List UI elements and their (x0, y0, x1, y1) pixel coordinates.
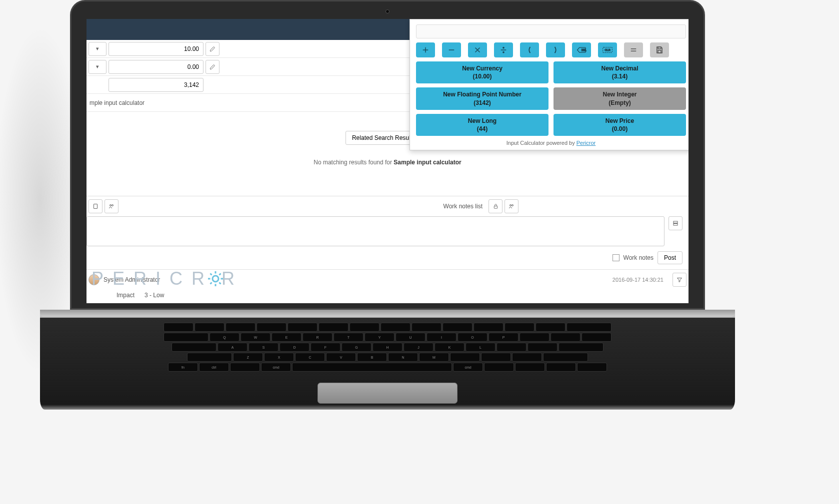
related-search-label: Related Search Results (352, 134, 415, 141)
calc-op-clear[interactable]: CLR (598, 42, 617, 57)
svg-point-1 (110, 205, 112, 206)
calc-op-plus[interactable] (416, 42, 435, 57)
doc-icon-button[interactable] (88, 199, 102, 213)
calc-value-title: New Currency (420, 64, 544, 72)
calc-value-title: New Decimal (558, 64, 682, 72)
row1-value-input[interactable] (108, 42, 204, 56)
calc-value-sub: (44) (420, 125, 544, 133)
clear-icon: CLR (602, 46, 613, 53)
funnel-icon (676, 277, 682, 283)
calc-op-save[interactable] (650, 42, 669, 57)
calc-op-equals[interactable] (624, 42, 643, 57)
calc-value-0[interactable]: New Currency(10.00) (416, 61, 548, 83)
calc-value-3[interactable]: New Integer(Empty) (554, 87, 686, 109)
laptop-camera (386, 9, 390, 13)
minus-icon (447, 45, 456, 54)
svg-rect-6 (674, 221, 678, 223)
calc-value-2[interactable]: New Floating Point Number(3142) (416, 87, 548, 109)
expand-textarea-button[interactable] (668, 216, 682, 230)
work-notes-textarea[interactable] (86, 216, 664, 246)
calc-op-paren-open[interactable] (520, 42, 539, 57)
calc-value-1[interactable]: New Decimal(3.14) (554, 61, 686, 83)
impact-label: Impact (116, 292, 134, 299)
calc-op-paren-close[interactable] (546, 42, 565, 57)
calc-op-multiply[interactable] (468, 42, 487, 57)
svg-text:CLR: CLR (605, 48, 610, 51)
pencil-icon (210, 64, 216, 70)
row3-value-input[interactable] (108, 78, 204, 92)
row4-text: mple input calculator (86, 96, 148, 109)
svg-point-9 (503, 47, 504, 48)
row1-dropdown[interactable]: ▾ (88, 42, 106, 56)
work-notes-checkbox[interactable] (612, 254, 620, 261)
document-icon (92, 203, 98, 209)
calc-value-title: New Long (420, 117, 544, 125)
calc-value-5[interactable]: New Price(0.00) (554, 114, 686, 136)
lock-icon-button[interactable] (488, 199, 502, 213)
calc-value-title: New Price (558, 117, 682, 125)
calc-value-sub: (3.14) (558, 72, 682, 80)
pericror-link[interactable]: Pericror (576, 140, 596, 146)
equals-icon (629, 45, 638, 54)
laptop-trackpad (318, 383, 458, 404)
post-button[interactable]: Post (658, 251, 682, 264)
divide-icon (499, 45, 508, 54)
input-calculator-popup: DEL CLR New Currency(10.00)New Decimal(3… (410, 19, 688, 150)
user-name: System Administrator (104, 276, 160, 283)
calc-op-minus[interactable] (442, 42, 461, 57)
calc-op-delete[interactable]: DEL (572, 42, 591, 57)
expand-icon (672, 220, 678, 226)
svg-rect-3 (494, 206, 497, 209)
calc-value-title: New Floating Point Number (420, 90, 544, 98)
pencil-icon (210, 46, 216, 52)
lock-icon (493, 203, 498, 209)
row2-value-input[interactable] (108, 60, 204, 74)
calc-value-sub: (0.00) (558, 125, 682, 133)
group-icon-button-left[interactable] (104, 199, 118, 213)
calc-value-4[interactable]: New Long(44) (416, 114, 548, 136)
group-icon-button-right[interactable] (504, 199, 518, 213)
laptop-keyboard: QWERTYUIOP ASDFGHJKL ZXCVBNM fnctrlcmdcm… (125, 323, 650, 373)
calc-value-sub: (Empty) (558, 99, 682, 107)
people-icon (508, 203, 515, 209)
row1-edit-button[interactable] (206, 42, 220, 56)
calc-value-sub: (10.00) (420, 72, 544, 80)
svg-point-2 (112, 205, 114, 206)
calc-value-sub: (3142) (420, 99, 544, 107)
svg-point-4 (510, 205, 512, 206)
plus-icon (421, 45, 430, 54)
calc-value-title: New Integer (558, 90, 682, 98)
save-icon (655, 45, 664, 54)
filter-button[interactable] (672, 273, 686, 287)
row2-edit-button[interactable] (206, 60, 220, 74)
calc-display[interactable] (416, 24, 686, 38)
svg-rect-7 (674, 224, 678, 226)
svg-point-10 (503, 51, 504, 52)
calc-footer: Input Calculator powered by Pericror (416, 140, 686, 146)
multiply-icon (473, 45, 482, 54)
svg-point-5 (512, 205, 514, 206)
people-icon (108, 203, 115, 209)
svg-rect-0 (94, 204, 98, 209)
avatar (88, 274, 100, 285)
impact-value: 3 - Low (144, 292, 164, 299)
svg-rect-15 (658, 50, 661, 53)
row2-dropdown[interactable]: ▾ (88, 60, 106, 74)
svg-text:DEL: DEL (582, 49, 586, 51)
no-results-message: No matching results found for Sample inp… (86, 149, 688, 176)
delete-icon: DEL (576, 46, 586, 53)
paren-open-icon (525, 45, 534, 54)
calc-op-divide[interactable] (494, 42, 513, 57)
paren-close-icon (551, 45, 560, 54)
svg-rect-14 (658, 47, 661, 49)
work-notes-checkbox-label: Work notes (624, 254, 654, 261)
work-notes-list-label: Work notes list (444, 203, 482, 210)
activity-timestamp: 2016-09-17 14:30:21 (612, 277, 664, 283)
